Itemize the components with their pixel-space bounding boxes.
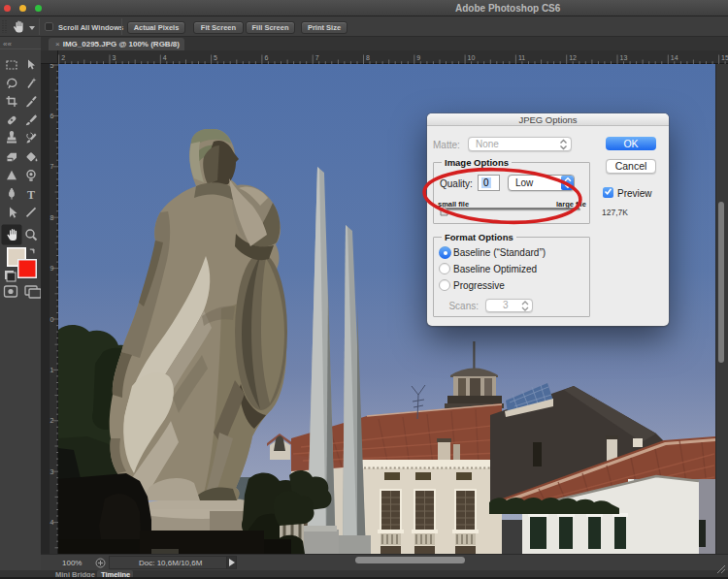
svg-text:4: 4 xyxy=(50,519,54,526)
svg-text:15: 15 xyxy=(721,54,728,61)
svg-text:8: 8 xyxy=(366,54,370,61)
svg-text:4: 4 xyxy=(163,54,167,61)
svg-text:3: 3 xyxy=(113,54,116,61)
svg-text:14: 14 xyxy=(671,54,678,61)
svg-text:11: 11 xyxy=(518,54,525,61)
svg-text:7: 7 xyxy=(315,54,319,61)
svg-text:9: 9 xyxy=(416,54,420,61)
svg-text:6: 6 xyxy=(264,54,268,61)
svg-text:13: 13 xyxy=(620,54,628,61)
svg-text:««: «« xyxy=(3,40,12,48)
svg-text:2: 2 xyxy=(61,54,65,61)
svg-text:0: 0 xyxy=(50,316,54,323)
svg-text:2: 2 xyxy=(50,417,54,424)
svg-text:1: 1 xyxy=(50,367,54,373)
svg-text:6: 6 xyxy=(50,113,54,119)
svg-text:12: 12 xyxy=(569,54,577,61)
svg-text:8: 8 xyxy=(50,214,54,221)
svg-text:3: 3 xyxy=(50,468,54,475)
svg-text:7: 7 xyxy=(50,163,54,170)
svg-text:T: T xyxy=(27,188,35,202)
svg-text:5: 5 xyxy=(214,54,217,61)
svg-text:5: 5 xyxy=(50,64,54,69)
svg-text:9: 9 xyxy=(50,265,54,272)
svg-text:10: 10 xyxy=(468,54,476,61)
